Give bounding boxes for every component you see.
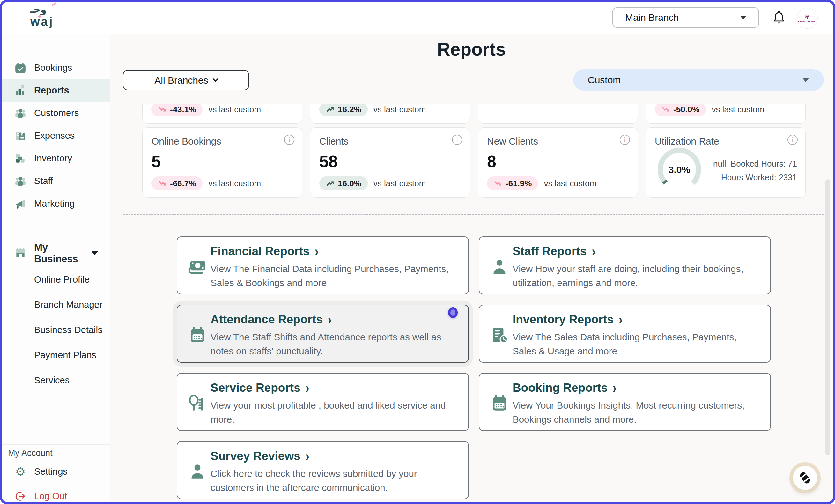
report-card-title: Survey Reviews› (210, 449, 457, 463)
sidebar-item-expenses[interactable]: $Expenses (2, 124, 110, 147)
trend-delta-value: -43.1% (170, 105, 196, 115)
trend-up-icon (326, 106, 335, 113)
sidebar-item-marketing[interactable]: Marketing (2, 193, 110, 215)
trend-down-icon (158, 106, 167, 113)
receipt-icon: $ (14, 130, 26, 142)
trend-badge: 16.0% (319, 176, 368, 190)
report-card-financial-reports[interactable]: Financial Reports›View The Financial Dat… (177, 236, 469, 295)
report-card-description: View The Sales Data including Purchases,… (512, 330, 752, 359)
stat-card-clients: Clientsi5816.0%vs last custom (310, 127, 470, 198)
svg-text:3.0%: 3.0% (669, 164, 690, 175)
trend-delta-value: 16.0% (338, 179, 361, 188)
sidebar-item-logout[interactable]: Log Out (2, 485, 110, 504)
stat-trend-row: -61.9%vs last custom (487, 176, 596, 190)
sidebar-item-settings[interactable]: ⚙ Settings (2, 460, 110, 483)
logo-arabic-text: وجـ (30, 5, 54, 14)
report-card-description: View The Financial Data including Purcha… (210, 262, 450, 290)
report-title-text: Staff Reports (512, 245, 587, 258)
report-card-staff-reports[interactable]: Staff Reports›View How your staff are do… (479, 236, 771, 295)
sidebar-item-staff[interactable]: Staff (2, 170, 110, 193)
report-title-text: Service Reports (210, 381, 301, 395)
megaphone-icon (14, 198, 26, 210)
chevron-right-icon: › (314, 243, 318, 260)
report-card-title: Financial Reports› (210, 245, 457, 258)
sidebar-subitem-payment-plans[interactable]: Payment Plans (2, 343, 110, 368)
trend-down-icon (661, 106, 671, 113)
person-icon (187, 462, 207, 481)
sidebar-subitem-online-profile[interactable]: Online Profile (2, 267, 110, 292)
report-card-inventory-reports[interactable]: Inventory Reports›View The Sales Data in… (479, 305, 771, 363)
chevron-right-icon: › (592, 243, 595, 260)
stat-card-online-bookings: Online Bookingsi5-66.7%vs last custom (142, 127, 302, 198)
support-logo-icon (798, 471, 812, 485)
vertical-scrollbar[interactable] (826, 179, 830, 455)
settings-label: Settings (34, 466, 68, 477)
storefront-icon (14, 247, 26, 259)
my-business-label: My Business (34, 242, 91, 265)
receipt-clock-icon (490, 325, 509, 345)
trend-badge: -61.9% (487, 176, 538, 190)
banknote-icon (187, 257, 207, 277)
stat-card-value: 5 (151, 152, 293, 171)
mirror-comb-icon (187, 393, 207, 413)
branch-selector-dropdown[interactable]: Main Branch (612, 7, 759, 28)
vs-period-label: vs last custom (373, 179, 426, 188)
logo-latin-text: waj (30, 16, 54, 28)
notifications-bell-icon[interactable] (772, 11, 786, 26)
top-header: وجـ waj Main Branch ✾ REVEAL BEAUTY (2, 2, 833, 34)
report-card-description: View Your Bookings Insights, Most recurr… (512, 398, 752, 427)
people-icon (14, 175, 26, 187)
report-title-text: Inventory Reports (512, 313, 614, 326)
clipped-stats-row: -43.1%vs last custom16.2%vs last custom-… (110, 104, 833, 124)
sidebar-subitem-services[interactable]: Services (2, 368, 110, 393)
logout-label: Log Out (34, 491, 67, 501)
clipped-stat-card: -43.1%vs last custom (142, 104, 302, 124)
sidebar-item-label: Staff (34, 176, 53, 186)
cursor-indicator (448, 307, 458, 318)
info-icon[interactable]: i (452, 135, 462, 145)
trend-up-icon (326, 180, 335, 187)
report-card-booking-reports[interactable]: Booking Reports›View Your Bookings Insig… (479, 373, 771, 431)
chevron-right-icon: › (613, 380, 616, 397)
report-title-text: Survey Reviews (210, 449, 301, 463)
date-range-value: Custom (588, 75, 621, 85)
date-range-dropdown[interactable]: Custom (573, 69, 824, 90)
stat-trend-row: -43.1%vs last custom (151, 104, 261, 117)
vs-period-label: vs last custom (544, 179, 596, 188)
all-branches-filter-button[interactable]: All Branches (123, 70, 249, 90)
sidebar-item-inventory[interactable]: Inventory (2, 147, 110, 170)
report-card-service-reports[interactable]: Service Reports›View your most profitabl… (177, 373, 469, 431)
sidebar-item-customers[interactable]: Customers (2, 102, 110, 124)
caret-down-icon (802, 78, 809, 82)
logout-icon (14, 490, 26, 502)
info-icon[interactable]: i (788, 135, 798, 145)
bar-chart-icon (14, 84, 26, 97)
report-card-description: View The Staff Shifts and Attendance rep… (210, 330, 450, 359)
sidebar-item-my-business[interactable]: My Business (2, 242, 110, 264)
trend-badge: -66.7% (151, 176, 203, 190)
sidebar-item-label: Expenses (34, 130, 75, 141)
account-avatar[interactable]: ✾ REVEAL BEAUTY (797, 8, 817, 28)
sidebar-subitem-business-details[interactable]: Business Details (2, 317, 110, 343)
stat-card-new-clients: New Clientsi8-61.9%vs last custom (478, 127, 638, 198)
sidebar-item-reports[interactable]: Reports (2, 79, 110, 102)
report-card-survey-reviews[interactable]: Survey Reviews›Click here to check the r… (177, 441, 469, 499)
calendar-icon (490, 393, 509, 413)
support-floating-button[interactable] (793, 466, 817, 490)
sidebar-subitem-branch-manager[interactable]: Branch Manager (2, 292, 110, 317)
sidebar: BookingsReportsCustomers$ExpensesInvento… (2, 34, 110, 502)
avatar-brand-name: REVEAL BEAUTY (798, 20, 817, 23)
trend-delta-value: 16.2% (338, 105, 361, 115)
report-card-attendance-reports[interactable]: Attendance Reports›View The Staff Shifts… (177, 305, 469, 363)
app-logo: وجـ waj (30, 5, 54, 28)
info-icon[interactable]: i (284, 135, 294, 145)
info-icon[interactable]: i (620, 135, 630, 145)
stat-trend-row: 16.2%vs last custom (319, 104, 426, 117)
app-window: وجـ waj Main Branch ✾ REVEAL BEAUTY Book… (0, 0, 835, 504)
sidebar-item-label: Inventory (34, 153, 72, 164)
chevron-right-icon: › (306, 448, 309, 465)
person-icon (490, 257, 509, 277)
report-card-title: Staff Reports› (512, 245, 759, 258)
trend-delta-value: -61.9% (506, 179, 532, 188)
sidebar-item-bookings[interactable]: Bookings (2, 57, 110, 79)
